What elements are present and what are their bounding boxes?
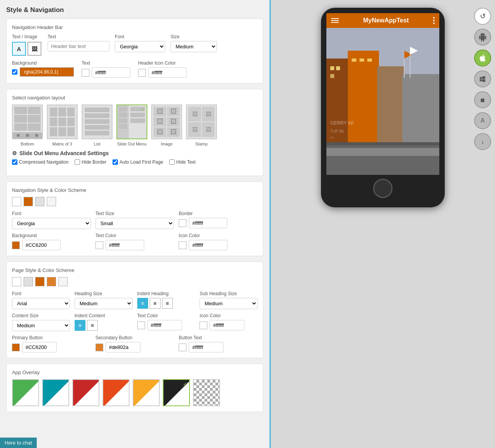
swatch-orange[interactable] xyxy=(24,197,33,206)
page-textcolor-input[interactable] xyxy=(147,320,182,330)
compressed-nav-checkbox[interactable]: Compressed Navigation xyxy=(12,159,68,165)
secondary-btn-swatch[interactable] xyxy=(96,344,103,351)
nav-textcolor-swatch[interactable] xyxy=(96,241,103,249)
windows-icon-btn[interactable] xyxy=(474,70,491,87)
text-color-input[interactable] xyxy=(92,67,130,78)
nav-textsize-select[interactable]: Small Medium Large xyxy=(96,218,174,229)
overlay-orange[interactable] xyxy=(102,379,130,406)
page-iconcolor-input[interactable] xyxy=(210,320,244,330)
left-panel: Style & Navigation Navigation Header Bar… xyxy=(0,0,271,448)
nav-iconcolor-input[interactable] xyxy=(189,240,227,250)
page-swatch-orange[interactable] xyxy=(35,277,44,286)
page-swatch-de[interactable] xyxy=(47,277,56,286)
indent-left-btn[interactable]: ≡ xyxy=(137,298,148,309)
layout-stamp[interactable]: 🖼 🖼 🖼 🖼 Stamp xyxy=(186,104,217,146)
nav-bg-swatch[interactable] xyxy=(12,241,20,249)
overlay-red[interactable] xyxy=(72,379,99,406)
bottom-top-grid xyxy=(13,105,42,132)
blackberry-icon-btn[interactable]: ◼ xyxy=(474,91,491,108)
overlay-dark[interactable]: ✓ xyxy=(163,379,190,406)
auto-load-checkbox[interactable]: Auto Load First Page xyxy=(113,159,163,165)
thumb-cell xyxy=(67,127,75,136)
overlay-checker[interactable] xyxy=(193,379,220,406)
secondary-btn-row xyxy=(96,342,174,352)
hamburger-menu-btn[interactable] xyxy=(331,18,339,23)
android-icon-btn[interactable] xyxy=(474,29,491,46)
image-mode-button[interactable]: 🖼 xyxy=(27,42,41,56)
apple-icon-btn[interactable] xyxy=(474,50,491,67)
page-style-card: Page Style & Color Scheme Font Arial Geo… xyxy=(6,262,263,358)
text-color-swatch[interactable] xyxy=(82,69,89,77)
nav-font-select[interactable]: Georgia Arial xyxy=(12,218,91,229)
hide-text-input[interactable] xyxy=(169,159,175,165)
hide-border-checkbox[interactable]: Hide Border xyxy=(75,159,106,165)
page-swatch-light[interactable] xyxy=(58,277,68,286)
page-swatch-gray[interactable] xyxy=(24,277,33,286)
nav-textcolor-input[interactable] xyxy=(106,240,144,250)
secondary-btn-input[interactable] xyxy=(106,342,140,352)
swatch-white[interactable] xyxy=(12,197,21,206)
header-size-select[interactable]: Medium Small Large xyxy=(171,41,217,52)
page-swatch-white[interactable] xyxy=(12,277,21,286)
page-heading-select[interactable]: Medium Small Large xyxy=(75,298,133,309)
btn-text-input[interactable] xyxy=(189,342,224,352)
text-image-section: Text / Image A 🖼 xyxy=(12,34,41,56)
sub-heading-col: Sub Heading Size Medium Small Large xyxy=(200,291,258,309)
img-cell: 🖼 xyxy=(167,107,180,116)
sub-heading-select[interactable]: Medium Small Large xyxy=(200,298,258,309)
thumb-cell xyxy=(67,118,75,127)
bg-color-value[interactable]: rgba(204,98,0,1) xyxy=(20,67,74,77)
header-font-select[interactable]: Georgia Arial Times New Roman xyxy=(115,41,165,52)
refresh-icon-btn[interactable]: ↺ xyxy=(474,8,491,25)
primary-btn-input[interactable] xyxy=(22,342,57,352)
stamp-grid: 🖼 🖼 🖼 🖼 xyxy=(187,105,216,139)
header-text-input[interactable] xyxy=(48,41,109,51)
bg-checkbox[interactable] xyxy=(12,69,17,75)
nav-style-label: Navigation Style & Color Scheme xyxy=(12,187,258,193)
amazon-icon-btn[interactable]: A xyxy=(474,112,491,129)
btn-text-swatch[interactable] xyxy=(179,344,186,351)
page-style-row2: Content Size Medium Small Large Indent C… xyxy=(12,313,258,331)
primary-btn-col: Primary Button xyxy=(12,335,91,352)
indent-right-btn[interactable]: ≡ xyxy=(162,298,173,309)
page-textcolor-swatch[interactable] xyxy=(137,321,145,329)
layout-slideout[interactable]: ✓ Slide Out Menu xyxy=(116,104,147,146)
content-indent-left[interactable]: ≡ xyxy=(75,320,85,331)
indent-center-btn[interactable]: ≡ xyxy=(150,298,160,309)
download-icon-btn[interactable]: ↓ xyxy=(474,133,491,150)
hide-text-checkbox[interactable]: Hide Text xyxy=(169,159,196,165)
layout-list[interactable]: List xyxy=(82,104,113,146)
border-color-swatch[interactable] xyxy=(179,219,186,227)
text-mode-button[interactable]: A xyxy=(12,42,26,56)
nav-iconcolor-swatch[interactable] xyxy=(179,241,186,249)
layout-bottom[interactable]: Bottom xyxy=(12,104,43,146)
primary-btn-swatch[interactable] xyxy=(12,344,20,351)
page-font-col: Font Arial Georgia xyxy=(12,291,70,309)
swatch-light[interactable] xyxy=(47,197,56,206)
phone-home-button[interactable] xyxy=(373,179,393,198)
layout-image[interactable]: 🖼 🖼 🖼 🖼 🖼 🖼 Image xyxy=(151,104,182,146)
thumb-cell xyxy=(14,115,27,122)
page-iconcolor-swatch[interactable] xyxy=(200,321,207,329)
content-size-label: Content Size xyxy=(12,313,70,318)
border-color-input[interactable] xyxy=(189,218,227,228)
indent-content-icons: ≡ ≡ xyxy=(75,320,133,331)
swatch-gray[interactable] xyxy=(35,197,44,206)
page-font-select[interactable]: Arial Georgia xyxy=(12,298,70,309)
hide-border-input[interactable] xyxy=(75,159,80,165)
more-options-btn[interactable] xyxy=(433,17,435,24)
overlay-teal[interactable] xyxy=(42,379,69,406)
compressed-nav-input[interactable] xyxy=(12,159,17,165)
gear-icon: ⚙ xyxy=(12,150,17,156)
auto-load-input[interactable] xyxy=(113,159,118,165)
content-size-select[interactable]: Medium Small Large xyxy=(12,320,70,331)
nav-bg-input[interactable] xyxy=(22,240,61,250)
icon-color-swatch[interactable] xyxy=(138,69,146,77)
overlay-yellow[interactable] xyxy=(133,379,160,406)
icon-color-input[interactable] xyxy=(148,67,187,78)
layout-matrix[interactable]: Matrix of 3 xyxy=(47,104,78,146)
overlay-green[interactable] xyxy=(12,379,39,406)
content-indent-center[interactable]: ≡ xyxy=(87,320,98,331)
chat-bar[interactable]: Here to chat xyxy=(0,438,37,448)
app-overlay-card: App Overlay xyxy=(6,364,263,412)
